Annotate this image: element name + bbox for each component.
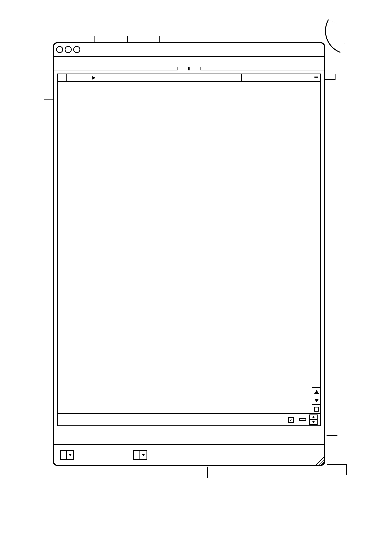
scroll-down-icon[interactable]: [312, 396, 320, 404]
column-header-library[interactable]: [242, 74, 312, 81]
footer-bar: [54, 444, 324, 465]
process-dropdown[interactable]: [60, 450, 74, 460]
column-header-symbol[interactable]: [98, 74, 242, 81]
dropdown-icon[interactable]: [66, 451, 73, 459]
vertical-scrollbar[interactable]: [312, 387, 320, 413]
traffic-lights[interactable]: [56, 46, 80, 53]
stepper[interactable]: [309, 415, 318, 425]
heavy-view-button[interactable]: [299, 418, 306, 421]
tab-bar: [54, 57, 324, 70]
table-body: [58, 82, 320, 413]
close-icon[interactable]: [56, 46, 63, 53]
ref-arrow-100: [320, 25, 355, 43]
zoom-icon[interactable]: [73, 46, 80, 53]
sort-indicator-column[interactable]: [58, 74, 67, 81]
profiler-window: ▶: [53, 42, 325, 466]
titlebar[interactable]: [54, 43, 324, 57]
filter-toggle[interactable]: [288, 416, 295, 423]
scroll-corner-icon: [312, 404, 320, 413]
column-header-total[interactable]: ▶: [67, 74, 98, 81]
stepper-up-icon[interactable]: [310, 415, 317, 419]
tab-profile[interactable]: [177, 67, 189, 70]
thread-dropdown[interactable]: [133, 450, 147, 460]
stepper-down-icon[interactable]: [310, 419, 317, 424]
scroll-up-icon[interactable]: [312, 387, 320, 396]
minimize-icon[interactable]: [65, 46, 72, 53]
resize-grip-icon[interactable]: [316, 456, 324, 465]
column-resize-grip[interactable]: [312, 74, 320, 81]
table-header-row: ▶: [58, 74, 320, 82]
filter-checkbox-icon[interactable]: [288, 417, 294, 423]
table-container: ▶: [57, 74, 321, 426]
dropdown-icon[interactable]: [139, 451, 146, 459]
tab-chart[interactable]: [189, 67, 201, 70]
status-bar: [58, 413, 320, 425]
sort-desc-icon: ▶: [92, 75, 96, 80]
